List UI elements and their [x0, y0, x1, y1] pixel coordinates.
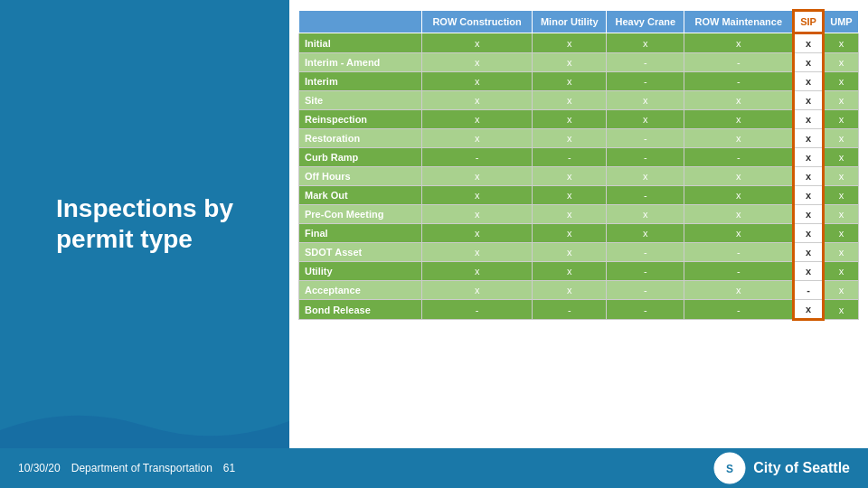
- cell-label: Initial: [299, 33, 422, 53]
- cell-row_construction: x: [422, 205, 533, 224]
- table-row: Off Hoursxxxxxx: [299, 167, 859, 186]
- cell-label: Final: [299, 224, 422, 243]
- table-row: Utilityxx--xx: [299, 262, 859, 281]
- cell-minor_utility: x: [533, 281, 607, 300]
- cell-ump: x: [823, 243, 858, 262]
- svg-text:S: S: [726, 463, 733, 475]
- cell-sip: x: [794, 167, 824, 186]
- cell-sip: x: [794, 148, 824, 167]
- cell-sip: -: [794, 281, 824, 300]
- cell-row_maintenance: x: [684, 33, 794, 53]
- cell-ump: x: [823, 281, 858, 300]
- cell-row_maintenance: x: [684, 91, 794, 110]
- cell-minor_utility: x: [533, 243, 607, 262]
- table-row: Reinspectionxxxxxx: [299, 110, 859, 129]
- cell-row_maintenance: -: [684, 262, 794, 281]
- cell-heavy_crane: x: [607, 110, 684, 129]
- cell-row_maintenance: -: [684, 72, 794, 91]
- table-row: Restorationxx-xxx: [299, 129, 859, 148]
- cell-row_construction: x: [422, 33, 533, 53]
- sidebar-title: Inspections by permit type: [56, 193, 233, 254]
- footer: 10/30/20 Department of Transportation 61…: [0, 448, 868, 488]
- cell-row_maintenance: x: [684, 186, 794, 205]
- cell-ump: x: [823, 110, 858, 129]
- cell-ump: x: [823, 53, 858, 72]
- sidebar-wave-icon: [0, 394, 289, 448]
- cell-minor_utility: x: [533, 224, 607, 243]
- cell-minor_utility: -: [533, 300, 607, 320]
- cell-heavy_crane: -: [607, 281, 684, 300]
- table-row: Sitexxxxxx: [299, 91, 859, 110]
- cell-heavy_crane: -: [607, 262, 684, 281]
- cell-label: Restoration: [299, 129, 422, 148]
- cell-row_construction: x: [422, 262, 533, 281]
- cell-sip: x: [794, 33, 824, 53]
- footer-department: Department of Transportation: [71, 462, 212, 474]
- table-header-row: ROW Construction Minor Utility Heavy Cra…: [299, 11, 859, 33]
- cell-row_maintenance: -: [684, 53, 794, 72]
- table-row: Mark Outxx-xxx: [299, 186, 859, 205]
- main-content: Inspections by permit type ROW Construct…: [0, 0, 868, 448]
- cell-label: Site: [299, 91, 422, 110]
- cell-sip: x: [794, 53, 824, 72]
- cell-minor_utility: x: [533, 262, 607, 281]
- table-row: Finalxxxxxx: [299, 224, 859, 243]
- cell-label: Mark Out: [299, 186, 422, 205]
- cell-sip: x: [794, 262, 824, 281]
- cell-minor_utility: x: [533, 91, 607, 110]
- cell-row_construction: x: [422, 129, 533, 148]
- cell-sip: x: [794, 205, 824, 224]
- cell-row_construction: -: [422, 300, 533, 320]
- cell-row_construction: x: [422, 110, 533, 129]
- cell-heavy_crane: -: [607, 129, 684, 148]
- cell-row_construction: x: [422, 281, 533, 300]
- col-header-row-maintenance: ROW Maintenance: [684, 11, 794, 33]
- cell-row_maintenance: x: [684, 281, 794, 300]
- footer-right: S City of Seattle: [713, 452, 850, 484]
- cell-row_maintenance: -: [684, 300, 794, 320]
- cell-label: Reinspection: [299, 110, 422, 129]
- cell-row_construction: x: [422, 243, 533, 262]
- cell-row_construction: -: [422, 148, 533, 167]
- cell-heavy_crane: -: [607, 72, 684, 91]
- seattle-logo-icon: S: [713, 452, 746, 484]
- cell-heavy_crane: -: [607, 53, 684, 72]
- col-header-heavy-crane: Heavy Crane: [607, 11, 684, 33]
- footer-city: City of Seattle: [753, 460, 850, 476]
- cell-ump: x: [823, 33, 858, 53]
- cell-ump: x: [823, 91, 858, 110]
- cell-label: Bond Release: [299, 300, 422, 320]
- cell-label: Curb Ramp: [299, 148, 422, 167]
- cell-row_construction: x: [422, 224, 533, 243]
- cell-minor_utility: x: [533, 33, 607, 53]
- cell-row_construction: x: [422, 167, 533, 186]
- cell-heavy_crane: -: [607, 148, 684, 167]
- cell-row_maintenance: x: [684, 224, 794, 243]
- table-row: Acceptancexx-x-x: [299, 281, 859, 300]
- cell-minor_utility: x: [533, 72, 607, 91]
- cell-ump: x: [823, 129, 858, 148]
- cell-ump: x: [823, 148, 858, 167]
- cell-sip: x: [794, 72, 824, 91]
- cell-minor_utility: -: [533, 148, 607, 167]
- cell-heavy_crane: -: [607, 300, 684, 320]
- cell-sip: x: [794, 186, 824, 205]
- col-header-ump: UMP: [823, 11, 858, 33]
- footer-date: 10/30/20: [18, 462, 61, 474]
- cell-label: Off Hours: [299, 167, 422, 186]
- cell-row_maintenance: x: [684, 205, 794, 224]
- cell-minor_utility: x: [533, 53, 607, 72]
- table-row: Initialxxxxxx: [299, 33, 859, 53]
- cell-sip: x: [794, 129, 824, 148]
- cell-sip: x: [794, 91, 824, 110]
- cell-ump: x: [823, 262, 858, 281]
- cell-minor_utility: x: [533, 129, 607, 148]
- cell-minor_utility: x: [533, 167, 607, 186]
- cell-heavy_crane: x: [607, 33, 684, 53]
- cell-ump: x: [823, 72, 858, 91]
- cell-sip: x: [794, 224, 824, 243]
- footer-page: 61: [223, 462, 235, 474]
- cell-row_maintenance: x: [684, 167, 794, 186]
- col-header-row-construction: ROW Construction: [422, 11, 533, 33]
- sidebar: Inspections by permit type: [0, 0, 289, 448]
